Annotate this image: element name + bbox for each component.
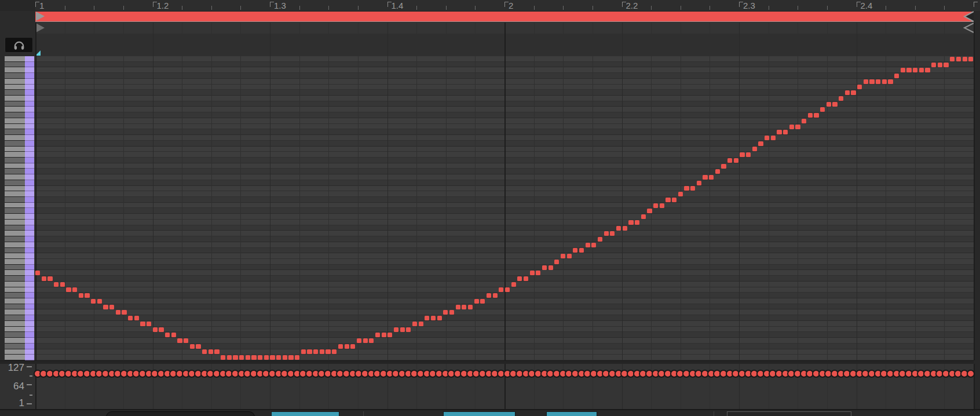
midi-note[interactable] [332, 349, 337, 354]
piano-key[interactable] [5, 282, 25, 287]
midi-note[interactable] [604, 231, 609, 236]
piano-key[interactable] [5, 259, 25, 265]
value-field[interactable] [443, 411, 515, 416]
piano-key[interactable] [5, 107, 25, 112]
piano-key[interactable] [5, 220, 25, 225]
beat-time-ruler[interactable] [0, 0, 980, 11]
midi-note[interactable] [616, 226, 621, 231]
midi-note[interactable] [542, 265, 547, 270]
midi-note[interactable] [765, 136, 769, 140]
piano-key[interactable] [5, 242, 25, 248]
midi-note[interactable] [906, 68, 911, 72]
piano-key[interactable] [5, 174, 25, 180]
piano-key[interactable] [5, 231, 25, 236]
midi-note[interactable] [963, 57, 967, 61]
midi-note[interactable] [97, 299, 102, 304]
midi-note[interactable] [598, 237, 602, 242]
midi-note[interactable] [827, 102, 831, 107]
midi-note[interactable] [363, 338, 368, 343]
midi-note[interactable] [375, 333, 380, 337]
midi-note[interactable] [42, 276, 46, 281]
midi-note[interactable] [684, 186, 689, 191]
piano-key[interactable] [5, 129, 25, 135]
midi-note[interactable] [832, 102, 837, 107]
loop-start-marker[interactable] [36, 12, 45, 21]
piano-key[interactable] [5, 253, 25, 259]
piano-key[interactable] [5, 73, 25, 79]
piano-key[interactable] [5, 112, 25, 118]
midi-note[interactable] [919, 68, 924, 72]
midi-note[interactable] [47, 276, 52, 281]
clip-end-marker[interactable] [961, 23, 974, 33]
midi-note[interactable] [134, 316, 139, 320]
piano-key[interactable] [5, 158, 25, 163]
midi-note[interactable] [103, 305, 108, 309]
midi-note[interactable] [746, 152, 751, 157]
midi-note[interactable] [326, 349, 330, 354]
midi-note[interactable] [789, 125, 794, 129]
midi-note[interactable] [313, 349, 318, 354]
midi-note[interactable] [283, 355, 287, 360]
piano-key[interactable] [5, 163, 25, 169]
midi-note[interactable] [233, 355, 237, 360]
piano-key[interactable] [5, 236, 25, 242]
midi-note[interactable] [931, 63, 936, 67]
midi-note[interactable] [586, 243, 590, 247]
loop-brace[interactable] [35, 12, 974, 22]
midi-note[interactable] [808, 113, 813, 118]
midi-note[interactable] [623, 226, 627, 231]
piano-key[interactable] [5, 62, 25, 68]
midi-note[interactable] [561, 254, 565, 258]
piano-key[interactable] [5, 338, 25, 344]
piano-key[interactable] [5, 79, 25, 85]
midi-note[interactable] [653, 203, 658, 208]
midi-note[interactable] [209, 349, 213, 354]
piano-key[interactable] [5, 203, 25, 209]
midi-note[interactable] [128, 316, 133, 320]
midi-note[interactable] [697, 181, 701, 185]
piano-key[interactable] [5, 152, 25, 158]
midi-note[interactable] [665, 198, 670, 202]
midi-note[interactable] [350, 344, 355, 349]
ruler-beat-label[interactable]: 1.2 [157, 1, 169, 10]
midi-note[interactable] [511, 282, 516, 287]
midi-note[interactable] [968, 57, 973, 61]
midi-note[interactable] [851, 90, 855, 95]
midi-note[interactable] [394, 327, 398, 332]
midi-note[interactable] [869, 79, 874, 84]
ruler-beat-label[interactable]: 1 [39, 1, 44, 10]
midi-note[interactable] [443, 310, 448, 315]
midi-note[interactable] [456, 305, 460, 309]
midi-note[interactable] [641, 214, 646, 219]
midi-note[interactable] [505, 287, 510, 292]
piano-key[interactable] [5, 197, 25, 203]
midi-note[interactable] [177, 338, 182, 343]
midi-note[interactable] [54, 282, 58, 287]
midi-note[interactable] [628, 220, 633, 225]
midi-note[interactable] [288, 355, 293, 360]
piano-key[interactable] [5, 298, 25, 304]
midi-note[interactable] [795, 125, 800, 129]
piano-key[interactable] [5, 85, 25, 90]
midi-note[interactable] [258, 355, 262, 360]
ruler-beat-label[interactable]: 2 [509, 1, 513, 10]
piano-key[interactable] [5, 96, 25, 101]
midi-note[interactable] [171, 333, 176, 337]
midi-note[interactable] [449, 310, 454, 315]
midi-note[interactable] [721, 164, 726, 169]
midi-note[interactable] [165, 333, 170, 337]
midi-note[interactable] [251, 355, 256, 360]
outlined-button[interactable] [727, 411, 851, 416]
midi-note[interactable] [901, 68, 905, 72]
piano-key[interactable] [5, 186, 25, 192]
mode-pill-button[interactable] [106, 411, 255, 416]
midi-note[interactable] [116, 310, 120, 315]
midi-note[interactable] [672, 198, 677, 202]
midi-note[interactable] [227, 355, 232, 360]
piano-key[interactable] [5, 293, 25, 298]
midi-note[interactable] [301, 349, 306, 354]
midi-note[interactable] [196, 344, 200, 349]
midi-note[interactable] [307, 349, 312, 354]
midi-note[interactable] [888, 79, 893, 84]
midi-note[interactable] [493, 293, 498, 298]
